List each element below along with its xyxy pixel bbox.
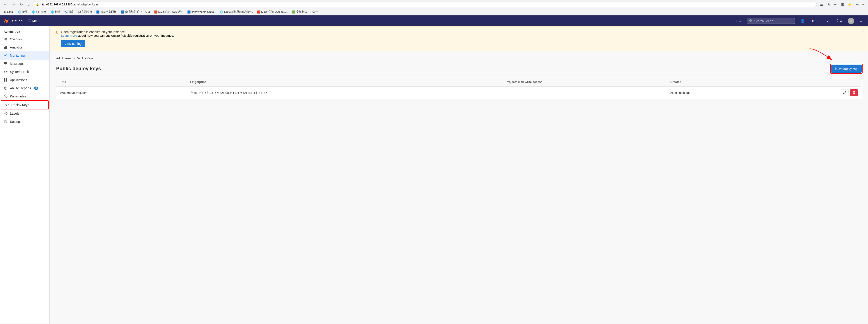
user-avatar[interactable]: ○ — [848, 18, 854, 24]
forward-button[interactable]: → — [10, 2, 17, 7]
abuse-reports-icon — [4, 86, 8, 90]
51cto-icon: 🟦 — [187, 10, 191, 13]
abuse-reports-badge: 0 — [34, 87, 38, 90]
top-navigation: GitLab ☰ Menu + ⌄ 🔍 👤 ⟳ ⌄ ✓ ? ⌄ ○ ⌄ — [0, 16, 868, 26]
bookmark-baidu[interactable]: 🐾 百度 — [62, 9, 75, 14]
search-box[interactable]: 🔍 — [747, 18, 795, 24]
bookmark-youtube[interactable]: 🌐 YouTube — [30, 10, 48, 14]
alert-actions: View setting — [61, 40, 863, 47]
more-btn[interactable]: ⋯ — [832, 1, 839, 7]
sidebar-item-analytics[interactable]: Analytics — [0, 43, 50, 52]
bilibili-icon: 🟦 — [121, 10, 124, 13]
sidebar-item-label: Analytics — [10, 46, 23, 49]
search-input[interactable] — [754, 19, 793, 23]
sidebar-item-settings[interactable]: Settings — [0, 118, 50, 126]
bookmarks-bar: ✉ Gmail 🌐 地图 🌐 YouTube 🌐 翻译 🐾 百度 🏷 官网后台 … — [0, 9, 868, 15]
bookmark-51cto[interactable]: 🟦 https://home.51cto... — [185, 10, 218, 14]
youtube-icon: 🌐 — [32, 10, 35, 13]
user-menu-button[interactable]: ⌄ — [858, 18, 864, 25]
menu-button[interactable]: ☰ Menu — [26, 18, 42, 24]
zhihui-icon: 🟦 — [96, 10, 100, 13]
sidebar-item-system-hooks[interactable]: System Hooks — [0, 68, 50, 76]
svg-marker-12 — [4, 95, 7, 98]
breadcrumb-parent-link[interactable]: Admin Area — [56, 57, 71, 60]
gitlab-logo-icon — [4, 18, 10, 24]
sidebar-item-deploy-keys[interactable]: Deploy Keys — [1, 100, 49, 110]
sidebar-item-label: Labels — [10, 112, 19, 115]
bookmark-ubuntu-22[interactable]: 🟥 (22条消息) Ubuntu 1... — [255, 9, 290, 14]
gitlab-logo[interactable]: GitLab — [4, 18, 23, 24]
delete-key-button[interactable] — [850, 89, 858, 96]
edit-key-button[interactable] — [841, 89, 849, 96]
col-actions — [770, 78, 862, 87]
bookmark-official[interactable]: 🏷 官网后台 — [76, 9, 94, 14]
alert-close-button[interactable]: × — [862, 29, 864, 34]
bookmark-map[interactable]: 🌐 地图 — [16, 9, 29, 14]
deploy-keys-icon — [5, 103, 9, 107]
ext-btn[interactable]: ⚡ — [846, 1, 854, 7]
bookmark-gmail[interactable]: ✉ Gmail — [2, 10, 16, 14]
bookmark-label: 翻译 — [55, 10, 60, 14]
gitlab-brand-name: GitLab — [12, 19, 23, 23]
row-projects — [502, 87, 667, 99]
hamburger-icon: ☰ — [28, 19, 31, 23]
screenshot-btn[interactable]: ⏏ — [818, 1, 825, 7]
bookmark-k8s-19[interactable]: 🟥 (19条消息) K8S 认证 — [152, 9, 185, 14]
todos-button[interactable]: ✓ — [825, 18, 831, 25]
reload-button[interactable]: ↻ — [19, 1, 24, 7]
bookmark-btn[interactable]: ★ — [826, 1, 832, 7]
sidebar-item-applications[interactable]: Applications — [0, 76, 50, 84]
browser-toolbar: ← → ↻ ⌂ 🔒 ⏏ ★ ⋯ ⊞ ⚡ ↩ ≡ — [0, 0, 868, 9]
new-deploy-key-button[interactable]: New deploy key — [831, 65, 862, 73]
svg-point-13 — [5, 96, 6, 97]
menu-label: Menu — [32, 19, 40, 23]
alert-description: Learn more about how you can customize /… — [61, 34, 863, 37]
sidebar-item-labels[interactable]: Labels — [0, 110, 50, 118]
svg-point-19 — [5, 121, 6, 122]
sidebar-item-label: Overview — [10, 37, 23, 41]
deploy-keys-table: Title Fingerprint Projects with write ac… — [56, 77, 862, 99]
sidebar-item-kubernetes[interactable]: Kubernetes — [0, 92, 50, 100]
new-deploy-key-wrapper: New deploy key — [831, 65, 862, 73]
bookmark-label: YouTube — [36, 10, 46, 13]
bookmark-anhui[interactable]: 🟩 安徽相法（汇集一） — [290, 9, 322, 14]
breadcrumb-current: Deploy Keys — [77, 57, 93, 60]
merge-requests-button[interactable]: ⟳ ⌄ — [810, 18, 821, 25]
profile-toggle-button[interactable]: 👤 — [799, 18, 807, 25]
table-row: 958250198@qq.com f4:c8:f4:3f:9a:67:a2:e3… — [56, 87, 862, 99]
sidebar-item-label: Monitoring — [10, 54, 25, 57]
lock-icon: 🔒 — [36, 3, 39, 6]
table-header-row: Title Fingerprint Projects with write ac… — [56, 78, 862, 87]
system-hooks-icon — [4, 70, 8, 74]
sidebar-item-monitoring[interactable]: Monitoring — [0, 52, 50, 60]
apps-btn[interactable]: ⊞ — [840, 1, 845, 7]
bookmark-label: Gmail — [7, 10, 14, 13]
settings-btn[interactable]: ≡ — [861, 2, 866, 7]
help-button[interactable]: ? ⌄ — [835, 18, 844, 25]
sidebar-item-overview[interactable]: ⊞ Overview — [0, 35, 50, 43]
url-input[interactable] — [40, 3, 814, 6]
svg-point-3 — [4, 71, 5, 72]
back-button[interactable]: ← — [2, 2, 9, 7]
sidebar-item-abuse-reports[interactable]: Abuse Reports 0 — [0, 84, 50, 92]
undo-btn[interactable]: ↩ — [855, 1, 860, 7]
view-setting-button[interactable]: View setting — [61, 40, 85, 47]
col-created: Created — [667, 78, 769, 87]
bookmark-bilibili[interactable]: 🟦 哔哩哔哩（`- °）つ口 — [119, 9, 152, 14]
bookmark-zhihui[interactable]: 🟦 智慧水务面板 — [94, 9, 118, 14]
svg-rect-6 — [6, 79, 7, 80]
bookmark-translate[interactable]: 🌐 翻译 — [49, 9, 62, 14]
map-icon: 🌐 — [18, 10, 22, 13]
address-bar[interactable]: 🔒 — [33, 2, 817, 7]
bookmark-label: 官网后台 — [81, 10, 92, 14]
bookmark-k8s-cluster[interactable]: 🌐 k8s集群部署lnmp运行... — [218, 9, 255, 14]
new-item-button[interactable]: + ⌄ — [733, 18, 743, 25]
alert-learn-more-link[interactable]: Learn more — [61, 34, 77, 37]
alert-warning-icon: ⚠ — [55, 30, 58, 35]
home-button[interactable]: ⌂ — [26, 2, 31, 7]
translate-icon: 🌐 — [51, 10, 54, 13]
alert-description-suffix: about how you can customize / disable re… — [77, 34, 174, 37]
gitlab-app: GitLab ☰ Menu + ⌄ 🔍 👤 ⟳ ⌄ ✓ ? ⌄ ○ ⌄ Admi… — [0, 16, 868, 324]
page-title: Public deploy keys — [56, 66, 101, 71]
sidebar-item-messages[interactable]: Messages — [0, 60, 50, 68]
